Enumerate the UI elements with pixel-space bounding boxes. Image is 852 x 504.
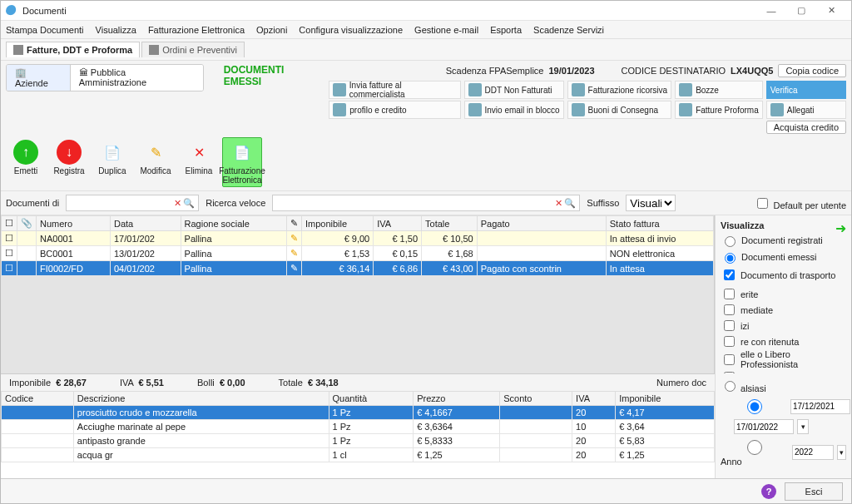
menu-item[interactable]: Stampa Documenti	[6, 25, 84, 35]
search-icon[interactable]: 🔍	[564, 198, 576, 209]
side-checkbox[interactable]: e di Credito / con ritenuta	[721, 369, 846, 373]
fatturazione-elettronica-button[interactable]: 📄Fatturazione Elettronica	[222, 137, 262, 187]
col-pagato[interactable]: Pagato	[477, 216, 606, 231]
menu-item[interactable]: Opzioni	[256, 25, 287, 35]
menu-item[interactable]: Esporta	[490, 25, 522, 35]
scadenza-label: Scadenza FPASemplice	[446, 66, 544, 76]
side-checkbox[interactable]: elle o Libero Professionista	[721, 349, 846, 369]
doc-heading: DOCUMENTI EMESSI	[224, 64, 324, 87]
help-button[interactable]: ?	[761, 484, 776, 499]
documenti-di-input[interactable]: ✕🔍	[66, 195, 199, 211]
col-imponibile[interactable]: Imponibile	[301, 216, 373, 231]
label-documenti-di: Documenti di	[6, 198, 59, 208]
chk-ddt[interactable]: Documento di trasporto	[721, 267, 846, 283]
menu-item[interactable]: Configura visualizzazione	[299, 25, 403, 35]
col-stato[interactable]: Stato fattura	[606, 216, 713, 231]
clear-icon[interactable]: ✕	[555, 198, 562, 209]
tab-fatture[interactable]: Fatture, DDT e Proforma	[6, 42, 140, 57]
tab-icon	[149, 45, 159, 55]
mini-btn-allegati[interactable]: Allegati	[766, 101, 846, 119]
table-row[interactable]: ☐BC000113/01/202Pallina✎€ 1,53€ 0,15€ 1,…	[2, 246, 714, 261]
table-row[interactable]: ☐FI0002/FD04/01/202Pallina✎€ 36,14€ 6,86…	[2, 261, 714, 276]
col-iva[interactable]: IVA	[374, 216, 422, 231]
mini-btn-verifica[interactable]: Verifica	[766, 81, 846, 99]
mode-aziende[interactable]: 🏢 Aziende	[7, 65, 71, 91]
col-totale[interactable]: Totale	[422, 216, 478, 231]
ricerca-veloce-input[interactable]: ✕🔍	[272, 195, 580, 211]
radio-emessi[interactable]: Documenti emessi	[721, 250, 846, 264]
label-ricerca-veloce: Ricerca veloce	[206, 198, 265, 208]
mini-btn-invia-comm[interactable]: Invia fatture al commercialista	[329, 81, 460, 99]
col-ragione[interactable]: Ragione sociale	[181, 216, 286, 231]
mini-btn-profilo[interactable]: profilo e credito	[329, 101, 460, 119]
default-utente-checkbox[interactable]: Default per utente	[754, 195, 846, 211]
menu-bar: Stampa Documenti Visualizza Fatturazione…	[1, 21, 851, 39]
codice-value: LX4UQQ5	[731, 66, 773, 76]
modifica-button[interactable]: ✎Modifica	[136, 137, 176, 178]
mini-btn-proforma[interactable]: Fatture Proforma	[675, 101, 763, 119]
side-panel: ➜ Visualizza Documenti registrati Docume…	[715, 215, 851, 373]
line-row[interactable]: antipasto grande1 Pz€ 5,833320€ 5,83	[2, 434, 715, 448]
mini-btn-bozze[interactable]: Bozze	[675, 81, 763, 99]
radio-date-range[interactable]	[721, 397, 787, 416]
elimina-button[interactable]: ✕Elimina	[179, 137, 219, 178]
suffisso-select[interactable]: Visualizza	[626, 195, 676, 211]
radio-registrati[interactable]: Documenti registrati	[721, 234, 846, 247]
maximize-button[interactable]: ▢	[786, 2, 816, 19]
col-edit: ✎	[286, 216, 301, 231]
tab-icon	[13, 45, 23, 55]
menu-item[interactable]: Gestione e-mail	[414, 25, 478, 35]
line-row[interactable]: acqua gr1 cl€ 1,2520€ 1,25	[2, 448, 715, 462]
numero-doc-label: Numero doc	[656, 378, 706, 388]
side-checkbox[interactable]: mediate	[721, 302, 846, 318]
acquista-credito-button[interactable]: Acquista credito	[766, 121, 846, 134]
date-picker-icon[interactable]: ▾	[797, 419, 809, 434]
label-suffisso: Suffisso	[587, 198, 619, 208]
close-button[interactable]: ✕	[816, 2, 846, 19]
date-from-input[interactable]	[790, 399, 850, 414]
line-row[interactable]: prosciutto crudo e mozzarella1 Pz€ 4,166…	[2, 406, 715, 420]
side-checkbox[interactable]: izi	[721, 318, 846, 334]
esci-button[interactable]: Esci	[785, 482, 843, 501]
line-row[interactable]: Acciughe marinate al pepe1 Pz€ 3,636410€…	[2, 420, 715, 434]
date-filter-panel: alsiasi ▾ ▾ Anno▾	[715, 373, 851, 478]
col-icon: 📎	[17, 216, 37, 231]
menu-item[interactable]: Visualizza	[96, 25, 136, 35]
col-data[interactable]: Data	[110, 216, 181, 231]
col-check[interactable]: ☐	[2, 216, 17, 231]
mini-btn-buoni[interactable]: Buoni di Consegna	[567, 101, 672, 119]
registra-button[interactable]: ↓Registra	[49, 137, 89, 178]
table-row[interactable]: ☐NA000117/01/202Pallina✎€ 9,00€ 1,50€ 10…	[2, 231, 714, 246]
side-checkbox[interactable]: erite	[721, 286, 846, 302]
scadenza-value: 19/01/2023	[548, 66, 594, 76]
search-icon[interactable]: 🔍	[183, 198, 195, 209]
col-numero[interactable]: Numero	[37, 216, 111, 231]
tab-ordini[interactable]: Ordini e Preventivi	[141, 42, 245, 57]
radio-anno[interactable]: Anno	[721, 437, 789, 467]
duplica-button[interactable]: 📄Duplica	[92, 137, 132, 178]
menu-item[interactable]: Scadenze Servizi	[533, 25, 604, 35]
lines-table[interactable]: CodiceDescrizioneQuantitàPrezzoScontoIVA…	[1, 391, 715, 462]
mode-pa[interactable]: 🏛 Pubblica Amministrazione	[71, 65, 203, 91]
copy-code-button[interactable]: Copia codice	[778, 64, 846, 77]
mini-btn-emailblocco[interactable]: Invio email in blocco	[464, 101, 564, 119]
mini-btn-ddt[interactable]: DDT Non Fatturati	[464, 81, 564, 99]
date-to-input[interactable]	[734, 419, 794, 434]
radio-qualsiasi[interactable]: alsiasi	[721, 378, 846, 393]
app-icon	[6, 5, 17, 17]
codice-label: CODICE DESTINATARIO	[622, 66, 726, 76]
minimize-button[interactable]: —	[756, 2, 786, 19]
dropdown-icon[interactable]: ▾	[837, 445, 846, 460]
side-title: Visualizza	[721, 220, 846, 230]
side-checkbox[interactable]: re con ritenuta	[721, 334, 846, 349]
clear-icon[interactable]: ✕	[174, 198, 181, 209]
anno-input[interactable]	[792, 445, 834, 460]
window-title: Documenti	[22, 6, 67, 16]
arrow-right-icon[interactable]: ➜	[835, 220, 846, 236]
menu-item[interactable]: Fatturazione Elettronica	[148, 25, 245, 35]
emetti-button[interactable]: ↑Emetti	[6, 137, 46, 178]
documents-table[interactable]: ☐ 📎 Numero Data Ragione sociale ✎ Imponi…	[1, 215, 714, 276]
mini-btn-ricorsiva[interactable]: Fatturazione ricorsiva	[567, 81, 672, 99]
